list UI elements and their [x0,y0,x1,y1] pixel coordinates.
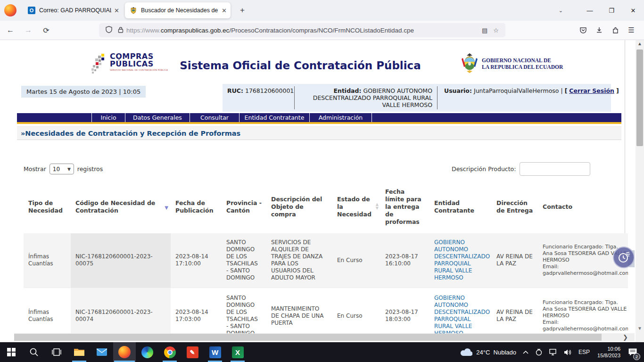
pdf-app-button[interactable]: ✎ [181,342,204,362]
gold-accent-bar [17,122,621,124]
volume-button[interactable] [561,342,575,362]
tray-date: 15/8/2023 [597,352,620,359]
horizontal-scrollbar[interactable]: ❯ [14,333,635,341]
pocket-icon[interactable] [575,24,591,37]
main-navbar: Inicio Datos Generales Consultar Entidad… [17,113,621,122]
tab-correo[interactable]: O Correo: GAD PARROQUIAL VALL ✕ [23,2,123,18]
back-button[interactable]: ← [3,24,18,37]
nav-item-datos-generales[interactable]: Datos Generales [125,113,190,122]
lock-icon[interactable] [118,26,124,34]
cell-estado: En Curso [332,233,380,288]
cell-fecha-publicacion: 2023-08-14 17:10:00 [171,233,222,288]
entity-info: Entidad: GOBIERNO AUTONOMO DESCENTRALIZA… [294,86,438,109]
taskbar-clock[interactable]: 10:06 15/8/2023 [593,346,625,359]
tracking-shield-icon[interactable] [106,26,112,34]
nav-item-consultar[interactable]: Consultar [190,113,239,122]
taskbar-search-button[interactable] [23,342,45,362]
col-header-codigo[interactable]: Código de Necesidad de Contratación▼ [71,181,171,233]
word-taskbar-button[interactable]: W [204,342,226,362]
timer-clock-icon[interactable] [613,247,635,268]
cell-direccion: AV REINA DE LA PAZ [492,233,538,288]
cell-direccion: AV REINA DE LA PAZ [492,288,538,333]
col-header-contacto[interactable]: Contacto [538,181,628,233]
ruc-label: RUC: [227,87,243,94]
cell-entidad-link[interactable]: GOBIERNO AUTONOMO DESCENTRALIZADO PARROQ… [429,288,492,333]
nitro-pdf-icon: ✎ [187,346,198,358]
weather-widget[interactable]: 24°C Nublado [457,342,520,362]
ruc-info: RUC: 1768120600001 [223,86,294,109]
menu-hamburger-icon[interactable]: ☰ [623,24,639,37]
system-title: Sistema Oficial de Contratación Pública [159,59,442,72]
col-header-entidad[interactable]: Entidad Contratante [429,181,492,233]
nav-item-entidad-contratante[interactable]: Entidad Contratante [239,113,310,122]
file-explorer-button[interactable] [68,342,91,362]
task-view-button[interactable] [45,342,68,362]
forward-button[interactable]: → [21,24,36,37]
horizontal-scrollbar-thumb[interactable] [14,334,602,341]
url-bar[interactable]: https://www.compraspublicas.gob.ec/Proce… [99,23,505,37]
scroll-up-arrow-icon[interactable]: ▲ [636,41,644,46]
product-filter-input[interactable] [520,162,590,176]
mail-icon [96,348,107,356]
windows-taskbar: ✎ W X 24°C Nublado [0,342,644,362]
language-indicator[interactable]: ESP [575,342,593,362]
compras-publicas-logo: COMPRAS PÚBLICAS SERVICIO NACIONAL DE CO… [91,53,168,76]
col-header-estado[interactable]: Estado de la Necesidad▲▼ [332,181,380,233]
page-size-select[interactable]: 10 ▼ [50,164,74,174]
col-header-tipo[interactable]: Tipo de Necesidad [24,181,71,233]
government-logo: GOBIERNO NACIONAL DE LA REPUBLICA DEL EC… [461,52,563,75]
nav-item-inicio[interactable]: Inicio [92,113,125,122]
window-close-button[interactable]: ✕ [622,2,644,18]
window-maximize-button[interactable]: ❐ [601,2,622,18]
filter-label: Descripción Producto: [452,165,516,173]
notification-count-badge: 2 [633,353,640,360]
mail-app-button[interactable] [91,342,113,362]
browser-toolbar: ← → ⟳ https://www.compraspublicas.gob.ec… [0,21,644,40]
action-center-button[interactable]: 2 [625,342,644,362]
col-header-provincia[interactable]: Provincia - Cantón [222,181,266,233]
logout-link[interactable]: Cerrar Sesión [569,87,614,94]
edge-icon [141,346,153,358]
scroll-down-arrow-icon[interactable]: ▼ [636,326,644,331]
firefox-taskbar-button[interactable] [113,342,136,362]
nav-item-administracion[interactable]: Administración [310,113,372,122]
reload-button[interactable]: ⟳ [39,24,54,37]
tab-buscador[interactable]: Buscador de Necesidades de Co ✕ [125,2,231,18]
ecuador-coat-of-arms-icon [461,52,478,75]
network-button[interactable] [546,342,561,362]
page-size-control: Mostrar 10 ▼ registros [24,164,103,174]
url-text[interactable]: https://www.compraspublicas.gob.ec/Proce… [126,27,479,34]
tab-close-icon[interactable]: ✕ [114,7,119,14]
gov-logo-line2: LA REPUBLICA DEL ECUADOR [482,64,563,70]
meet-now-button[interactable] [532,342,546,362]
tab-close-icon[interactable]: ✕ [222,7,227,14]
browser-tab-bar: O Correo: GAD PARROQUIAL VALL ✕ Buscador… [0,0,644,21]
reader-view-icon[interactable]: ▤ [482,27,487,34]
scroll-right-arrow-icon[interactable]: ❯ [623,333,628,341]
cell-provincia: SANTO DOMINGO DE LOS TSACHILAS - SANTO D… [222,233,266,288]
cell-entidad-link[interactable]: GOBIERNO AUTONOMO DESCENTRALIZADO PARROQ… [429,233,492,288]
window-minimize-button[interactable]: — [579,2,601,18]
col-header-fecha-limite[interactable]: Fecha límite para la entrega de proforma… [380,181,429,233]
floating-timer-widget[interactable] [613,247,635,270]
col-header-direccion[interactable]: Dirección de Entrega [492,181,538,233]
start-button[interactable] [0,342,23,362]
network-icon [549,349,557,356]
col-header-fecha-publicacion[interactable]: Fecha de Publicación [171,181,222,233]
edge-taskbar-button[interactable] [136,342,158,362]
word-icon: W [209,346,221,358]
extensions-icon[interactable] [607,24,623,37]
bookmark-star-icon[interactable]: ☆ [493,27,499,34]
downloads-icon[interactable] [591,24,607,37]
list-tabs-chevron-icon[interactable]: ⌄ [559,8,563,14]
vertical-scrollbar[interactable]: ▲ ▼ [636,40,644,342]
excel-taskbar-button[interactable]: X [226,342,249,362]
tray-expand-button[interactable] [520,342,532,362]
new-tab-button[interactable]: + [236,5,248,16]
chrome-taskbar-button[interactable] [158,342,181,362]
col-header-descripcion[interactable]: Descripción del Objeto de compra [266,181,332,233]
needs-table: Tipo de Necesidad Código de Necesidad de… [24,181,628,333]
section-title-bar: »Necesidades de Contratación y Recepción… [17,126,621,140]
vertical-scrollbar-thumb[interactable] [636,49,643,146]
compras-publicas-mosaic-icon [91,53,108,76]
